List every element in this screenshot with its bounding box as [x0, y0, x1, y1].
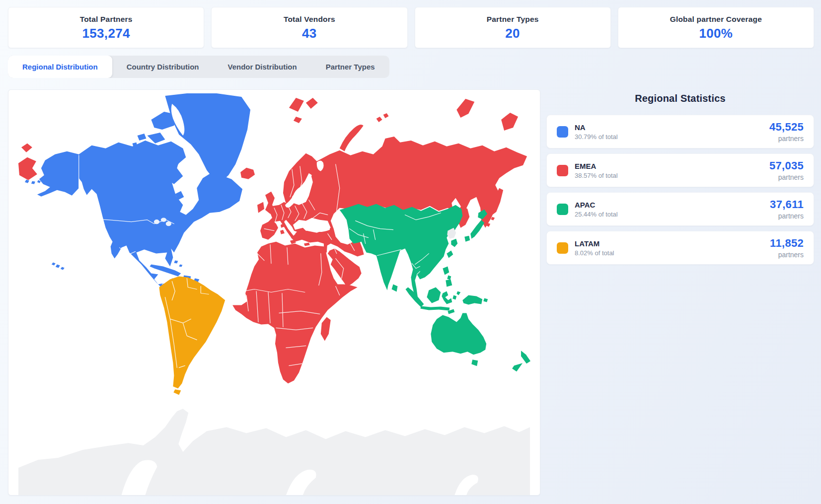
swatch-rect [557, 204, 568, 215]
map-borneo[interactable] [427, 288, 441, 303]
map-aleutians [25, 180, 41, 184]
main-content: Regional Statistics NA 30.79% of total 4… [8, 89, 814, 496]
map-nz-north[interactable] [521, 351, 530, 363]
tab-regional-distribution[interactable]: Regional Distribution [8, 56, 112, 78]
map-antarctica [18, 409, 530, 495]
regional-statistics-panel: Regional Statistics NA 30.79% of total 4… [546, 89, 814, 270]
map-bahamas [174, 261, 182, 267]
region-name: LATAM [575, 239, 770, 248]
region-color-swatch [557, 242, 568, 254]
tab-partner-types[interactable]: Partner Types [311, 56, 389, 78]
region-color-swatch [557, 126, 568, 138]
map-novaya-zemlya [340, 125, 364, 151]
swatch-rect [557, 165, 568, 176]
summary-card-value: 153,274 [13, 26, 199, 41]
map-japan-honshu[interactable] [470, 220, 484, 239]
map-new-siberian-islands [456, 99, 474, 118]
swatch-rect [557, 242, 568, 254]
summary-card-label: Global partner Coverage [623, 15, 809, 24]
world-choropleth-map [8, 90, 540, 495]
region-na-layer[interactable] [25, 93, 250, 288]
region-antarctica-layer [18, 409, 530, 495]
dashboard-page: Total Partners 153,274 Total Vendors 43 … [0, 0, 821, 496]
map-japan-kyushu[interactable] [464, 236, 470, 242]
summary-card-value: 100% [623, 26, 809, 41]
map-greenland[interactable] [165, 93, 250, 182]
map-uk[interactable] [265, 192, 276, 214]
region-stat-card-latam[interactable]: LATAM 8.02% of total 11,852 partners [546, 231, 814, 265]
map-svalbard [289, 98, 318, 123]
region-name: EMEA [575, 162, 769, 170]
map-taiwan[interactable] [447, 251, 453, 258]
region-partner-count: 45,525 [769, 121, 804, 134]
map-chukotka-west [18, 144, 37, 180]
map-hawaii [52, 263, 65, 270]
region-partner-count: 37,611 [770, 198, 804, 211]
region-unit-label: partners [769, 135, 804, 143]
map-south-korea[interactable] [451, 239, 457, 247]
map-philippines[interactable] [443, 267, 452, 287]
summary-card-label: Partner Types [420, 15, 605, 24]
map-sri-lanka[interactable] [392, 285, 398, 292]
region-partner-count: 11,852 [770, 237, 804, 250]
region-stat-card-emea[interactable]: EMEA 38.57% of total 57,035 partners [546, 153, 814, 187]
tab-country-distribution[interactable]: Country Distribution [112, 56, 214, 78]
region-percent: 38.57% of total [575, 172, 769, 179]
region-stat-card-na[interactable]: NA 30.79% of total 45,525 partners [546, 115, 814, 148]
map-tierra-del-fuego [173, 389, 181, 395]
region-color-swatch [557, 204, 568, 215]
region-percent: 30.79% of total [575, 133, 769, 141]
region-stat-card-apac[interactable]: APAC 25.44% of total 37,611 partners [546, 192, 814, 226]
map-australia[interactable] [431, 313, 486, 355]
map-tasmania[interactable] [471, 360, 478, 366]
region-name: NA [575, 123, 769, 132]
map-sulawesi[interactable] [442, 291, 452, 304]
summary-card-total-vendors: Total Vendors 43 [211, 7, 407, 48]
summary-card-global-coverage: Global partner Coverage 100% [618, 7, 814, 48]
region-percent: 8.02% of total [575, 249, 770, 257]
summary-card-value: 43 [217, 26, 402, 41]
map-iceland[interactable] [240, 168, 255, 179]
map-nz-south[interactable] [512, 363, 522, 371]
region-name: APAC [575, 201, 770, 209]
swatch-rect [557, 126, 568, 138]
tab-vendor-distribution[interactable]: Vendor Distribution [214, 56, 311, 78]
map-ireland[interactable] [257, 202, 264, 213]
region-percent: 25.44% of total [575, 211, 770, 218]
region-partner-count: 57,035 [769, 159, 804, 172]
black-sea [306, 221, 330, 232]
region-unit-label: partners [770, 251, 804, 259]
region-color-swatch [557, 165, 568, 176]
map-alaska[interactable] [37, 151, 79, 197]
summary-card-total-partners: Total Partners 153,274 [8, 7, 204, 48]
summary-cards-row: Total Partners 153,274 Total Vendors 43 … [8, 7, 814, 48]
map-wrangel [501, 113, 518, 131]
region-unit-label: partners [770, 212, 804, 220]
region-latam-layer[interactable] [159, 277, 225, 395]
world-map-card [8, 89, 540, 496]
region-apac-layer[interactable] [340, 204, 530, 372]
map-franz-josef [376, 113, 389, 122]
panel-title: Regional Statistics [546, 93, 814, 104]
summary-card-label: Total Vendors [217, 15, 402, 24]
summary-card-partner-types: Partner Types 20 [415, 7, 611, 48]
tab-bar: Regional Distribution Country Distributi… [8, 56, 389, 78]
map-madagascar[interactable] [321, 317, 331, 341]
map-java[interactable] [420, 306, 449, 310]
summary-card-label: Total Partners [13, 15, 199, 24]
region-unit-label: partners [769, 173, 804, 181]
summary-card-value: 20 [420, 26, 605, 41]
map-new-britain [483, 298, 488, 302]
map-new-guinea[interactable] [462, 295, 482, 304]
map-south-america[interactable] [159, 277, 225, 389]
map-devon [147, 133, 165, 144]
